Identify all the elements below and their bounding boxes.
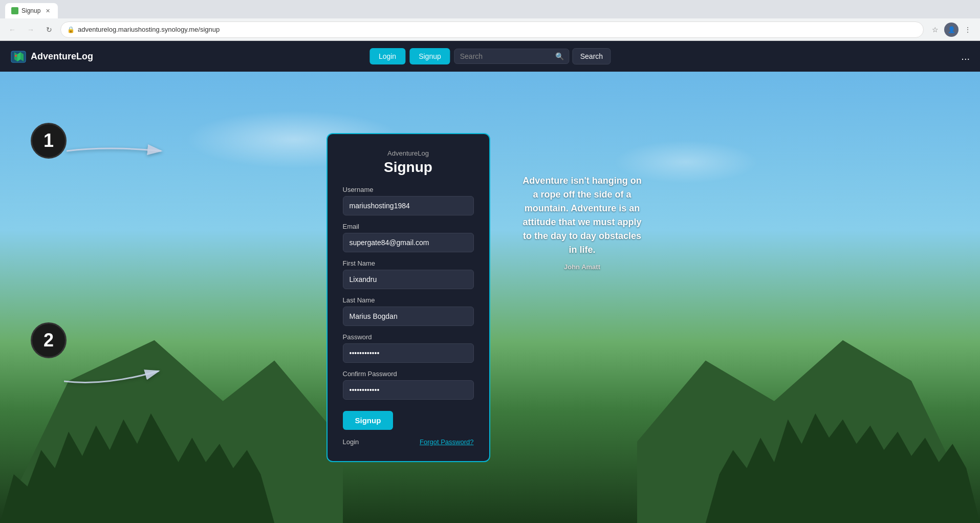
toolbar-actions: ☆ 👤 ⋮ (928, 23, 975, 37)
tab-close-btn[interactable]: ✕ (43, 7, 52, 15)
signup-submit-button[interactable]: Signup (343, 411, 394, 430)
quote-section: Adventure isn't hanging on a rope off th… (511, 164, 654, 281)
card-title: Signup (343, 159, 474, 176)
login-button[interactable]: Login (369, 48, 405, 64)
navbar: AdventureLog Login Signup 🔍 Search ... (0, 41, 980, 72)
app-container: AdventureLog Login Signup 🔍 Search ... (0, 41, 980, 523)
username-group: Username (343, 186, 474, 215)
confirm-password-group: Confirm Password (343, 370, 474, 400)
svg-point-3 (15, 55, 17, 57)
tab-title: Signup (21, 7, 40, 14)
annotation-1: 1 (31, 123, 67, 159)
address-bar[interactable]: 🔒 adventurelog.mariushosting.synology.me… (60, 21, 924, 38)
lastname-label: Last Name (343, 296, 474, 304)
nav-more-btn[interactable]: ... (961, 51, 970, 62)
confirm-password-label: Confirm Password (343, 370, 474, 378)
signup-card: AdventureLog Signup Username Email First… (326, 133, 490, 462)
logo-text: AdventureLog (31, 51, 93, 62)
arrow-2 (64, 351, 166, 394)
email-label: Email (343, 223, 474, 230)
arrow-1 (67, 136, 169, 168)
firstname-label: First Name (343, 259, 474, 267)
tab-favicon (11, 7, 18, 14)
back-btn[interactable]: ← (5, 23, 19, 37)
quote-author: John Amatt (564, 263, 600, 271)
annotation-circle-1: 1 (31, 123, 67, 159)
map-icon (10, 48, 27, 64)
browser-chrome: Signup ✕ ← → ↻ 🔒 adventurelog.mariushost… (0, 0, 980, 41)
search-icon: 🔍 (555, 52, 564, 60)
search-wrapper: 🔍 Search (454, 48, 611, 64)
url-text: adventurelog.mariushosting.synology.me/s… (78, 26, 220, 33)
arrow-2-svg (64, 351, 166, 391)
email-group: Email (343, 223, 474, 252)
signup-nav-button[interactable]: Signup (409, 48, 450, 64)
lock-icon: 🔒 (67, 26, 75, 33)
lastname-group: Last Name (343, 296, 474, 326)
browser-more-btn[interactable]: ⋮ (961, 23, 975, 37)
username-label: Username (343, 186, 474, 193)
forward-btn[interactable]: → (24, 23, 38, 37)
card-subtitle: AdventureLog (343, 149, 474, 157)
annotation-2: 2 (31, 322, 67, 358)
username-input[interactable] (343, 196, 474, 215)
password-group: Password (343, 333, 474, 363)
quote-text: Adventure isn't hanging on a rope off th… (521, 174, 644, 257)
refresh-btn[interactable]: ↻ (42, 23, 56, 37)
active-tab[interactable]: Signup ✕ (5, 3, 58, 18)
search-input-container: 🔍 (454, 49, 570, 64)
card-footer: Login Forgot Password? (343, 438, 474, 446)
arrow-1-svg (67, 136, 169, 166)
nav-center: Login Signup 🔍 Search (369, 48, 611, 64)
firstname-group: First Name (343, 259, 474, 289)
search-button[interactable]: Search (573, 48, 611, 64)
password-label: Password (343, 333, 474, 341)
bookmark-btn[interactable]: ☆ (928, 23, 942, 37)
firstname-input[interactable] (343, 270, 474, 289)
login-link[interactable]: Login (343, 438, 359, 446)
forgot-password-link[interactable]: Forgot Password? (420, 438, 474, 446)
lastname-input[interactable] (343, 307, 474, 326)
browser-tabs: Signup ✕ (0, 0, 980, 18)
hero-section: 1 2 (0, 72, 980, 523)
password-input[interactable] (343, 343, 474, 363)
email-input[interactable] (343, 233, 474, 252)
browser-toolbar: ← → ↻ 🔒 adventurelog.mariushosting.synol… (0, 18, 980, 41)
nav-logo[interactable]: AdventureLog (10, 48, 93, 64)
confirm-password-input[interactable] (343, 380, 474, 400)
main-content: AdventureLog Signup Username Email First… (0, 118, 980, 477)
profile-avatar: 👤 (944, 23, 959, 37)
search-input[interactable] (460, 52, 552, 60)
profile-btn[interactable]: 👤 (944, 23, 959, 37)
annotation-circle-2: 2 (31, 322, 67, 358)
